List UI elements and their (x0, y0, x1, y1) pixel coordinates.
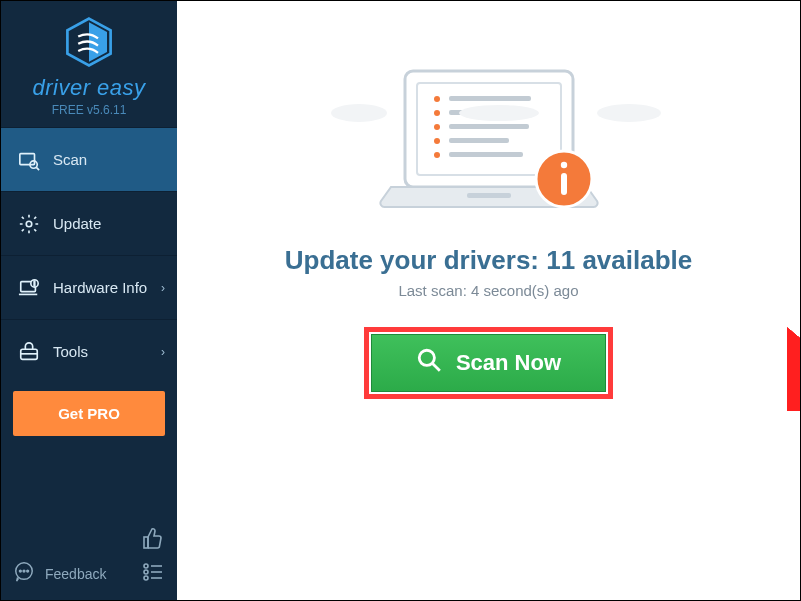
svg-point-21 (144, 570, 148, 574)
main-content: Update your drivers: 11 available Last s… (177, 1, 800, 600)
brand-logo-icon (62, 15, 116, 69)
svg-text:i: i (34, 280, 35, 287)
sidebar-item-label: Hardware Info (53, 279, 147, 296)
scan-button-label: Scan Now (456, 350, 561, 376)
scan-icon (17, 149, 41, 171)
svg-point-26 (459, 105, 539, 121)
svg-rect-44 (561, 173, 567, 195)
svg-point-17 (23, 570, 25, 572)
toolbox-icon (17, 341, 41, 363)
svg-point-7 (26, 221, 32, 227)
laptop-info-icon: i (17, 277, 41, 299)
chevron-right-icon: › (161, 281, 165, 295)
chevron-right-icon: › (161, 345, 165, 359)
headline: Update your drivers: 11 available (285, 245, 693, 276)
sidebar-item-scan[interactable]: Scan (1, 127, 177, 191)
laptop-illustration-icon (339, 61, 639, 221)
list-checkbox-icon[interactable] (141, 560, 165, 588)
sidebar-item-label: Update (53, 215, 101, 232)
sidebar-item-label: Tools (53, 343, 88, 360)
brand: driver easy FREE v5.6.11 (1, 1, 177, 127)
scan-button-highlight: Scan Now (364, 327, 613, 399)
scan-now-button[interactable]: Scan Now (371, 334, 606, 392)
sidebar: driver easy FREE v5.6.11 Scan Update i (1, 1, 177, 600)
svg-point-18 (27, 570, 29, 572)
get-pro-button[interactable]: Get PRO (13, 391, 165, 436)
available-count: 11 (546, 245, 575, 275)
get-pro-label: Get PRO (58, 405, 120, 422)
sidebar-footer: Feedback (1, 518, 177, 600)
headline-prefix: Update your drivers: (285, 245, 547, 275)
svg-point-19 (144, 564, 148, 568)
svg-rect-4 (20, 153, 35, 164)
gear-icon (17, 213, 41, 235)
sidebar-item-hardware-info[interactable]: i Hardware Info › (1, 255, 177, 319)
svg-line-46 (432, 363, 440, 371)
annotation-arrow-icon (787, 301, 801, 411)
svg-point-43 (560, 162, 566, 168)
thumbs-up-icon[interactable] (141, 526, 165, 554)
sidebar-item-tools[interactable]: Tools › (1, 319, 177, 383)
feedback-label[interactable]: Feedback (45, 566, 106, 582)
sidebar-item-label: Scan (53, 151, 87, 168)
headline-suffix: available (575, 245, 692, 275)
brand-name: driver easy (1, 75, 177, 101)
svg-point-45 (419, 350, 434, 365)
last-scan-text: Last scan: 4 second(s) ago (398, 282, 578, 299)
svg-point-23 (144, 576, 148, 580)
svg-line-6 (36, 167, 39, 170)
svg-rect-37 (449, 138, 509, 143)
chat-icon[interactable] (13, 561, 35, 587)
svg-rect-14 (144, 537, 148, 548)
magnifier-icon (416, 347, 442, 379)
svg-point-36 (434, 138, 440, 144)
svg-point-25 (331, 104, 387, 122)
svg-rect-40 (467, 193, 511, 198)
svg-rect-39 (449, 152, 523, 157)
svg-point-27 (597, 104, 661, 122)
brand-version: FREE v5.6.11 (1, 103, 177, 117)
svg-point-38 (434, 152, 440, 158)
sidebar-item-update[interactable]: Update (1, 191, 177, 255)
svg-point-16 (19, 570, 21, 572)
